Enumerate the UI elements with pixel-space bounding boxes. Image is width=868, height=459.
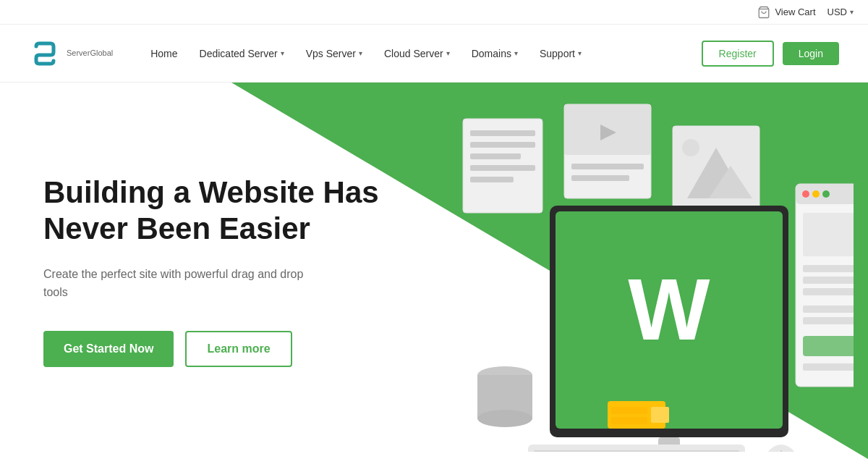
svg-rect-43 xyxy=(803,265,854,272)
svg-rect-42 xyxy=(803,213,854,256)
view-cart-label: View Cart xyxy=(775,7,815,17)
nav-item-cloud-server[interactable]: Cloud Server ▾ xyxy=(375,42,459,65)
dedicated-server-chevron-icon: ▾ xyxy=(281,49,284,57)
nav-item-home[interactable]: Home xyxy=(142,42,186,65)
svg-rect-49 xyxy=(803,363,854,371)
nav-item-vps-server[interactable]: Vps Server ▾ xyxy=(297,42,371,65)
nav-item-support[interactable]: Support ▾ xyxy=(531,42,590,65)
svg-rect-46 xyxy=(803,306,854,313)
vps-server-chevron-icon: ▾ xyxy=(359,49,362,57)
nav-item-domains[interactable]: Domains ▾ xyxy=(463,42,527,65)
hero-illustration: W xyxy=(391,83,868,459)
hero-buttons: Get Started Now Learn more xyxy=(43,331,405,367)
svg-point-36 xyxy=(477,410,532,427)
svg-point-39 xyxy=(802,190,809,198)
view-cart-link[interactable]: View Cart xyxy=(757,6,815,19)
svg-rect-7 xyxy=(470,165,535,171)
svg-point-40 xyxy=(812,190,820,198)
currency-label: USD xyxy=(827,7,847,17)
top-bar: View Cart USD ▾ xyxy=(0,0,868,25)
svg-point-41 xyxy=(822,190,830,198)
nav-item-dedicated-server[interactable]: Dedicated Server ▾ xyxy=(191,42,293,65)
login-button[interactable]: Login xyxy=(783,42,839,65)
currency-chevron-icon: ▾ xyxy=(850,8,854,16)
svg-rect-48 xyxy=(803,336,854,356)
currency-selector[interactable]: USD ▾ xyxy=(827,7,854,17)
hero-section: Building a Website Has Never Been Easier… xyxy=(0,83,868,459)
svg-rect-44 xyxy=(803,277,854,284)
svg-text:W: W xyxy=(628,261,710,358)
learn-more-button[interactable]: Learn more xyxy=(185,331,292,367)
domains-chevron-icon: ▾ xyxy=(514,49,518,57)
svg-rect-33 xyxy=(611,417,647,424)
navbar: ServerGlobal Home Dedicated Server ▾ Vps… xyxy=(0,25,868,83)
isometric-scene: W xyxy=(405,90,854,452)
svg-rect-5 xyxy=(470,142,535,148)
cloud-server-chevron-icon: ▾ xyxy=(446,49,450,57)
logo-text: ServerGlobal xyxy=(67,49,113,58)
logo-icon xyxy=(29,38,61,70)
hero-subtitle: Create the perfect site with powerful dr… xyxy=(43,265,318,302)
logo-link[interactable]: ServerGlobal xyxy=(29,38,113,70)
nav-actions: Register Login xyxy=(702,41,839,67)
svg-rect-4 xyxy=(470,130,535,136)
support-chevron-icon: ▾ xyxy=(578,49,582,57)
cart-icon xyxy=(757,6,770,19)
svg-rect-31 xyxy=(651,407,669,423)
hero-content: Building a Website Has Never Been Easier… xyxy=(0,83,434,459)
nav-links: Home Dedicated Server ▾ Vps Server ▾ Clo… xyxy=(142,42,701,65)
svg-rect-6 xyxy=(470,153,521,159)
svg-rect-13 xyxy=(571,175,629,181)
svg-rect-12 xyxy=(571,164,644,169)
svg-point-18 xyxy=(682,139,699,156)
svg-rect-45 xyxy=(803,288,854,295)
hero-title: Building a Website Has Never Been Easier xyxy=(43,174,405,248)
svg-rect-8 xyxy=(470,177,514,182)
svg-rect-47 xyxy=(803,317,854,324)
svg-rect-32 xyxy=(611,407,647,414)
svg-rect-25 xyxy=(534,450,739,452)
register-button[interactable]: Register xyxy=(702,41,774,67)
get-started-button[interactable]: Get Started Now xyxy=(43,331,174,367)
